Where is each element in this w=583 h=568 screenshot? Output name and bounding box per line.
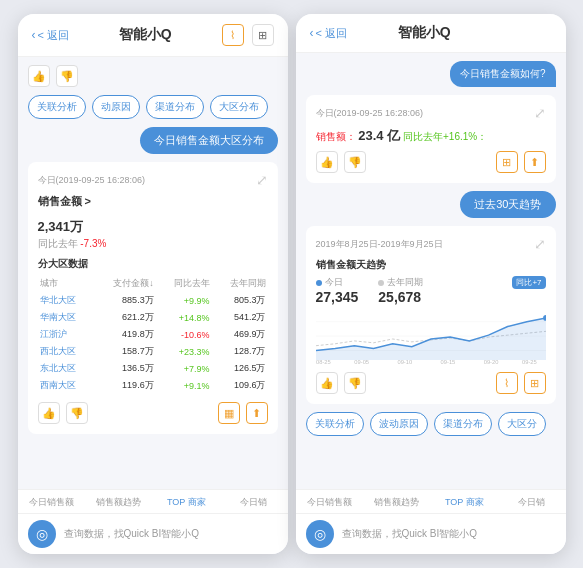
cell-amount: 119.6万 xyxy=(93,377,155,394)
today-info-card: 今日(2019-09-25 16:28:06) ⤢ 销售额： 23.4 亿 同比… xyxy=(306,95,556,183)
trend-card: 2019年8月25日-2019年9月25日 ⤢ 销售金额天趋势 今日 27,34… xyxy=(306,226,556,404)
tag2-bodong[interactable]: 波动原因 xyxy=(370,412,428,436)
trend-last-item: 去年同期 25,678 xyxy=(378,276,423,305)
expand-icon-2[interactable]: ⤢ xyxy=(534,105,546,121)
bottom-tabs-1: 今日销售额 销售额趋势 TOP 商家 今日销 xyxy=(18,489,288,513)
today-like-btn[interactable]: 👍 xyxy=(316,151,338,173)
tag2-daqu[interactable]: 大区分 xyxy=(498,412,546,436)
line-chart-icon[interactable]: ⌇ xyxy=(222,24,244,46)
main-container: ‹ < 返回 智能小Q ⌇ ⊞ 👍 👎 关联分析 动原因 渠道分布 大区分布 xyxy=(6,2,578,566)
back-button-2[interactable]: ‹ < 返回 xyxy=(310,26,347,41)
cell-yoy: +9.9% xyxy=(156,292,212,309)
back-arrow-1: ‹ xyxy=(32,28,36,42)
sales-value: 23.4 亿 xyxy=(358,128,400,143)
cell-last: 109.6万 xyxy=(212,377,268,394)
action-btn-2[interactable]: 过去30天趋势 xyxy=(460,191,555,218)
cell-amount: 158.7万 xyxy=(93,343,155,360)
value-unit: 万 xyxy=(70,219,83,234)
tags-row-2: 关联分析 波动原因 渠道分布 大区分 xyxy=(306,412,556,436)
voice-btn-1[interactable]: ◎ xyxy=(28,520,56,548)
trend-title: 销售金额天趋势 xyxy=(316,258,546,272)
today-dislike-btn[interactable]: 👎 xyxy=(344,151,366,173)
like-btn-1[interactable]: 👍 xyxy=(28,65,50,87)
tab-top-merchant[interactable]: TOP 商家 xyxy=(153,496,221,509)
cell-yoy: +23.3% xyxy=(156,343,212,360)
cell-city: 江浙沪 xyxy=(38,326,94,343)
trend-chart-icon[interactable]: ⌇ xyxy=(496,372,518,394)
tag-qudao[interactable]: 渠道分布 xyxy=(146,95,204,119)
trend-like-btn[interactable]: 👍 xyxy=(316,372,338,394)
tag-guanlian[interactable]: 关联分析 xyxy=(28,95,86,119)
cell-last: 541.2万 xyxy=(212,309,268,326)
tag-daqu[interactable]: 大区分布 xyxy=(210,95,268,119)
card-like-btn[interactable]: 👍 xyxy=(38,402,60,424)
expand-icon-1[interactable]: ⤢ xyxy=(256,172,268,188)
value-number: 2,341 xyxy=(38,219,71,234)
card-title-1: 销售金额 > xyxy=(38,194,268,209)
trend-values: 今日 27,345 去年同期 25,678 同比+7 xyxy=(316,276,546,305)
back-label-2: < 返回 xyxy=(316,26,347,41)
tab2-today-sales[interactable]: 今日销售额 xyxy=(296,496,364,509)
expand-icon-3[interactable]: ⤢ xyxy=(534,236,546,252)
tab2-today[interactable]: 今日销 xyxy=(498,496,566,509)
tab2-top-merchant[interactable]: TOP 商家 xyxy=(431,496,499,509)
table-row: 西北大区 158.7万 +23.3% 128.7万 xyxy=(38,343,268,360)
table-row: 东北大区 136.5万 +7.9% 126.5万 xyxy=(38,360,268,377)
tag-dongyuan[interactable]: 动原因 xyxy=(92,95,140,119)
input-placeholder-2[interactable]: 查询数据，找Quick BI智能小Q xyxy=(342,527,478,541)
cell-last: 128.7万 xyxy=(212,343,268,360)
today-table-icon[interactable]: ⊞ xyxy=(496,151,518,173)
phone-1: ‹ < 返回 智能小Q ⌇ ⊞ 👍 👎 关联分析 动原因 渠道分布 大区分布 xyxy=(18,14,288,554)
tab-today[interactable]: 今日销 xyxy=(220,496,288,509)
yoy-val: -7.3% xyxy=(80,238,106,249)
header-1: ‹ < 返回 智能小Q ⌇ ⊞ xyxy=(18,14,288,57)
back-button-1[interactable]: ‹ < 返回 xyxy=(32,28,69,43)
cell-city: 华北大区 xyxy=(38,292,94,309)
cell-last: 805.3万 xyxy=(212,292,268,309)
cell-amount: 419.8万 xyxy=(93,326,155,343)
cell-yoy: +9.1% xyxy=(156,377,212,394)
cell-amount: 621.2万 xyxy=(93,309,155,326)
cell-yoy: -10.6% xyxy=(156,326,212,343)
tab2-trend[interactable]: 销售额趋势 xyxy=(363,496,431,509)
tab-today-sales[interactable]: 今日销售额 xyxy=(18,496,86,509)
trend-today-item: 今日 27,345 xyxy=(316,276,359,305)
table-icon[interactable]: ⊞ xyxy=(252,24,274,46)
card-export-icon[interactable]: ⬆ xyxy=(246,402,268,424)
trend-table-icon[interactable]: ⊞ xyxy=(524,372,546,394)
dot-last xyxy=(378,280,384,286)
back-arrow-2: ‹ xyxy=(310,26,314,40)
cell-city: 西北大区 xyxy=(38,343,94,360)
tags-row-1: 关联分析 动原因 渠道分布 大区分布 xyxy=(28,95,278,119)
sales-display: 销售额： 23.4 亿 同比去年+16.1%： xyxy=(316,127,546,145)
dot-today xyxy=(316,280,322,286)
input-bar-2: ◎ 查询数据，找Quick BI智能小Q xyxy=(296,513,566,554)
today-date: 今日(2019-09-25 16:28:06) xyxy=(316,107,424,120)
table-row: 西南大区 119.6万 +9.1% 109.6万 xyxy=(38,377,268,394)
cell-yoy: +7.9% xyxy=(156,360,212,377)
chat-area-2: 今日销售金额如何? 今日(2019-09-25 16:28:06) ⤢ 销售额：… xyxy=(296,53,566,489)
data-card-1: 今日(2019-09-25 16:28:06) ⤢ 销售金额 > 2,341万 … xyxy=(28,162,278,434)
input-placeholder-1[interactable]: 查询数据，找Quick BI智能小Q xyxy=(64,527,200,541)
back-label-1: < 返回 xyxy=(38,28,69,43)
action-btn-1[interactable]: 今日销售金额大区分布 xyxy=(140,127,278,154)
tag2-qudao[interactable]: 渠道分布 xyxy=(434,412,492,436)
col-city: 城市 xyxy=(38,275,94,292)
today-export-icon[interactable]: ⬆ xyxy=(524,151,546,173)
cell-amount: 136.5万 xyxy=(93,360,155,377)
cell-amount: 885.3万 xyxy=(93,292,155,309)
table-row: 华南大区 621.2万 +14.8% 541.2万 xyxy=(38,309,268,326)
legend-last: 去年同期 xyxy=(387,276,423,289)
trend-badge-container: 同比+7 xyxy=(512,276,545,288)
tag2-guanlian[interactable]: 关联分析 xyxy=(306,412,364,436)
card-dislike-btn[interactable]: 👎 xyxy=(66,402,88,424)
tab-trend[interactable]: 销售额趋势 xyxy=(85,496,153,509)
yoy-label: 同比去年 xyxy=(38,238,78,249)
voice-btn-2[interactable]: ◎ xyxy=(306,520,334,548)
trend-dislike-btn[interactable]: 👎 xyxy=(344,372,366,394)
cell-city: 西南大区 xyxy=(38,377,94,394)
dislike-btn-1[interactable]: 👎 xyxy=(56,65,78,87)
trend-action-row: 👍 👎 ⌇ ⊞ xyxy=(316,372,546,394)
title-2: 智能小Q xyxy=(398,24,451,42)
card-bar-icon[interactable]: ▦ xyxy=(218,402,240,424)
